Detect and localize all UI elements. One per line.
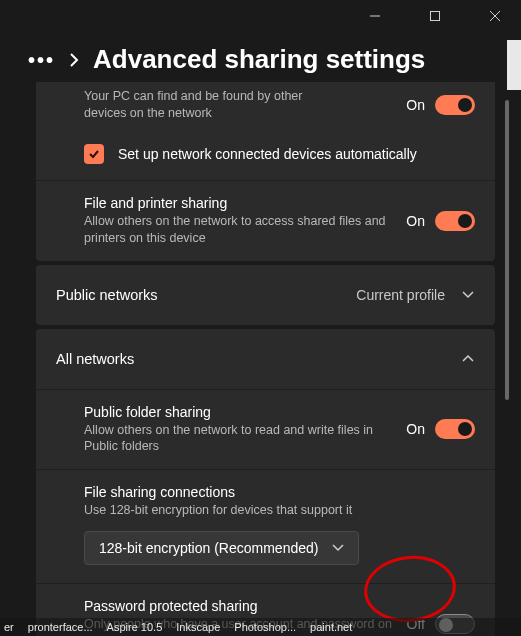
auto-setup-checkbox[interactable] <box>84 144 104 164</box>
encryption-dropdown[interactable]: 128-bit encryption (Recommended) <box>84 531 359 565</box>
file-sharing-conn-title: File sharing connections <box>84 484 475 500</box>
public-folder-toggle[interactable] <box>435 419 475 439</box>
public-networks-title: Public networks <box>56 287 158 303</box>
file-sharing-connections-row: File sharing connections Use 128-bit enc… <box>36 470 495 583</box>
taskbar-item[interactable]: Photoshop... <box>234 621 296 633</box>
minimize-button[interactable] <box>353 2 397 30</box>
file-printer-desc: Allow others on the network to access sh… <box>84 213 392 247</box>
chevron-up-icon <box>461 354 475 364</box>
all-networks-header[interactable]: All networks <box>36 329 495 389</box>
content-scroll[interactable]: Your PC can find and be found by other d… <box>36 82 503 636</box>
public-folder-title: Public folder sharing <box>84 404 392 420</box>
password-protected-title: Password protected sharing <box>84 598 393 614</box>
current-profile-badge: Current profile <box>356 287 445 303</box>
chevron-down-icon <box>332 544 344 552</box>
taskbar-item[interactable]: er <box>4 621 14 633</box>
minimize-icon <box>370 11 380 21</box>
scrollbar-thumb[interactable] <box>505 100 509 400</box>
encryption-dropdown-value: 128-bit encryption (Recommended) <box>99 540 318 556</box>
taskbar-item[interactable]: paint.net <box>310 621 352 633</box>
maximize-icon <box>430 11 440 21</box>
public-folder-sharing-row: Public folder sharing Allow others on th… <box>36 390 495 470</box>
network-discovery-desc: Your PC can find and be found by other d… <box>84 88 392 122</box>
file-printer-sharing-row: File and printer sharing Allow others on… <box>36 181 495 261</box>
taskbar[interactable]: er pronterface... Aspire 10.5 Inkscape P… <box>0 618 521 636</box>
network-discovery-toggle[interactable] <box>435 95 475 115</box>
svg-rect-1 <box>431 12 440 21</box>
all-networks-title: All networks <box>56 351 134 367</box>
network-discovery-row: Your PC can find and be found by other d… <box>36 82 495 136</box>
page-title: Advanced sharing settings <box>93 44 425 75</box>
taskbar-item[interactable]: Inkscape <box>176 621 220 633</box>
network-discovery-state: On <box>406 97 425 113</box>
more-icon[interactable]: ••• <box>28 50 55 70</box>
maximize-button[interactable] <box>413 2 457 30</box>
auto-setup-row[interactable]: Set up network connected devices automat… <box>36 136 495 180</box>
public-networks-section: Public networks Current profile <box>36 265 495 325</box>
taskbar-item[interactable]: pronterface... <box>28 621 93 633</box>
public-folder-desc: Allow others on the network to read and … <box>84 422 392 456</box>
public-folder-state: On <box>406 421 425 437</box>
all-networks-section: All networks Public folder sharing Allow… <box>36 329 495 637</box>
auto-setup-label: Set up network connected devices automat… <box>118 146 417 162</box>
close-button[interactable] <box>473 2 517 30</box>
window-titlebar <box>0 0 521 32</box>
close-icon <box>490 11 500 21</box>
file-printer-state: On <box>406 213 425 229</box>
file-printer-toggle[interactable] <box>435 211 475 231</box>
side-accent <box>507 40 521 90</box>
public-networks-header[interactable]: Public networks Current profile <box>36 265 495 325</box>
taskbar-item[interactable]: Aspire 10.5 <box>107 621 163 633</box>
checkmark-icon <box>88 148 100 160</box>
breadcrumb-chevron-icon <box>69 53 79 67</box>
file-sharing-conn-desc: Use 128-bit encryption for devices that … <box>84 502 475 519</box>
file-printer-title: File and printer sharing <box>84 195 392 211</box>
private-networks-card: Your PC can find and be found by other d… <box>36 82 495 261</box>
chevron-down-icon <box>461 290 475 300</box>
